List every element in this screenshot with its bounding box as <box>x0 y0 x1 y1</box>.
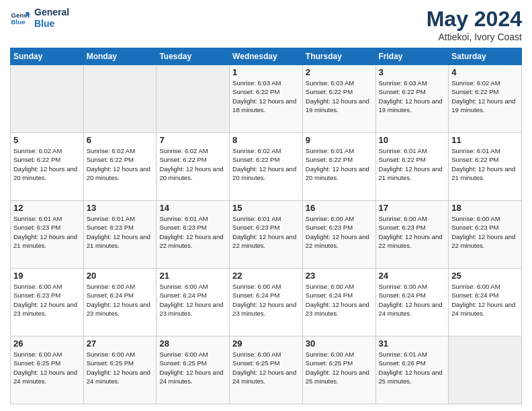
day-number: 16 <box>306 203 373 213</box>
cell-week2-day5: 10Sunrise: 6:01 AM Sunset: 6:22 PM Dayli… <box>375 133 449 201</box>
cell-week1-day3: 1Sunrise: 6:03 AM Sunset: 6:22 PM Daylig… <box>230 65 303 133</box>
day-info: Sunrise: 6:01 AM Sunset: 6:22 PM Dayligh… <box>379 146 446 182</box>
week-row-5: 26Sunrise: 6:00 AM Sunset: 6:25 PM Dayli… <box>11 336 522 404</box>
day-number: 11 <box>451 135 519 145</box>
day-number: 21 <box>159 271 226 281</box>
cell-week2-day2: 7Sunrise: 6:02 AM Sunset: 6:22 PM Daylig… <box>157 133 230 201</box>
day-number: 23 <box>306 271 373 281</box>
day-info: Sunrise: 6:00 AM Sunset: 6:23 PM Dayligh… <box>306 214 373 250</box>
day-number: 8 <box>232 135 300 145</box>
day-info: Sunrise: 6:00 AM Sunset: 6:24 PM Dayligh… <box>379 282 446 318</box>
day-number: 1 <box>232 67 300 77</box>
day-info: Sunrise: 6:00 AM Sunset: 6:23 PM Dayligh… <box>451 214 519 250</box>
col-tuesday: Tuesday <box>157 48 230 65</box>
day-info: Sunrise: 6:00 AM Sunset: 6:25 PM Dayligh… <box>232 350 300 385</box>
cell-week3-day6: 18Sunrise: 6:00 AM Sunset: 6:23 PM Dayli… <box>449 201 522 269</box>
col-thursday: Thursday <box>302 48 375 65</box>
cell-week4-day4: 23Sunrise: 6:00 AM Sunset: 6:24 PM Dayli… <box>302 269 375 336</box>
day-info: Sunrise: 6:00 AM Sunset: 6:25 PM Dayligh… <box>306 350 373 385</box>
day-info: Sunrise: 6:03 AM Sunset: 6:22 PM Dayligh… <box>232 79 300 114</box>
cell-week1-day6: 4Sunrise: 6:02 AM Sunset: 6:22 PM Daylig… <box>449 65 522 133</box>
day-number: 14 <box>159 203 226 213</box>
cell-week5-day5: 31Sunrise: 6:01 AM Sunset: 6:26 PM Dayli… <box>375 336 449 404</box>
day-info: Sunrise: 6:01 AM Sunset: 6:22 PM Dayligh… <box>451 146 519 182</box>
days-of-week-row: Sunday Monday Tuesday Wednesday Thursday… <box>11 48 522 65</box>
cell-week1-day1 <box>83 65 157 133</box>
day-number: 18 <box>451 203 519 213</box>
cell-week4-day6: 25Sunrise: 6:00 AM Sunset: 6:24 PM Dayli… <box>449 269 522 336</box>
day-info: Sunrise: 6:00 AM Sunset: 6:23 PM Dayligh… <box>13 282 81 318</box>
day-info: Sunrise: 6:00 AM Sunset: 6:25 PM Dayligh… <box>159 350 226 385</box>
cell-week3-day1: 13Sunrise: 6:01 AM Sunset: 6:23 PM Dayli… <box>83 201 157 269</box>
cell-week2-day6: 11Sunrise: 6:01 AM Sunset: 6:22 PM Dayli… <box>449 133 522 201</box>
day-number: 9 <box>306 135 373 145</box>
week-row-1: 1Sunrise: 6:03 AM Sunset: 6:22 PM Daylig… <box>11 65 522 133</box>
cell-week3-day2: 14Sunrise: 6:01 AM Sunset: 6:23 PM Dayli… <box>157 201 230 269</box>
day-info: Sunrise: 6:01 AM Sunset: 6:23 PM Dayligh… <box>232 214 300 250</box>
cell-week4-day2: 21Sunrise: 6:00 AM Sunset: 6:24 PM Dayli… <box>157 269 230 336</box>
day-number: 3 <box>379 67 446 77</box>
cell-week5-day0: 26Sunrise: 6:00 AM Sunset: 6:25 PM Dayli… <box>11 336 84 404</box>
day-info: Sunrise: 6:01 AM Sunset: 6:23 PM Dayligh… <box>159 214 226 250</box>
cell-week5-day4: 30Sunrise: 6:00 AM Sunset: 6:25 PM Dayli… <box>302 336 375 404</box>
page: General Blue General Blue May 2024 Attie… <box>0 0 532 411</box>
calendar-body: 1Sunrise: 6:03 AM Sunset: 6:22 PM Daylig… <box>11 65 522 404</box>
cell-week5-day1: 27Sunrise: 6:00 AM Sunset: 6:25 PM Dayli… <box>83 336 157 404</box>
col-saturday: Saturday <box>449 48 522 65</box>
logo-text-blue: Blue <box>34 18 69 30</box>
day-number: 28 <box>159 338 226 349</box>
calendar-table: Sunday Monday Tuesday Wednesday Thursday… <box>10 48 522 404</box>
day-info: Sunrise: 6:01 AM Sunset: 6:22 PM Dayligh… <box>306 146 373 182</box>
cell-week5-day2: 28Sunrise: 6:00 AM Sunset: 6:25 PM Dayli… <box>157 336 230 404</box>
day-info: Sunrise: 6:02 AM Sunset: 6:22 PM Dayligh… <box>87 146 154 182</box>
cell-week4-day3: 22Sunrise: 6:00 AM Sunset: 6:24 PM Dayli… <box>230 269 303 336</box>
day-info: Sunrise: 6:00 AM Sunset: 6:24 PM Dayligh… <box>87 282 154 318</box>
day-number: 30 <box>306 338 373 349</box>
logo-text-general: General <box>34 7 69 18</box>
cell-week4-day1: 20Sunrise: 6:00 AM Sunset: 6:24 PM Dayli… <box>83 269 157 336</box>
day-info: Sunrise: 6:00 AM Sunset: 6:24 PM Dayligh… <box>306 282 373 318</box>
day-info: Sunrise: 6:01 AM Sunset: 6:23 PM Dayligh… <box>13 214 81 250</box>
day-number: 10 <box>379 135 446 145</box>
day-info: Sunrise: 6:01 AM Sunset: 6:26 PM Dayligh… <box>379 350 446 385</box>
header: General Blue General Blue May 2024 Attie… <box>10 7 522 42</box>
day-info: Sunrise: 6:00 AM Sunset: 6:23 PM Dayligh… <box>379 214 446 250</box>
cell-week1-day2 <box>157 65 230 133</box>
day-info: Sunrise: 6:00 AM Sunset: 6:24 PM Dayligh… <box>232 282 300 318</box>
day-number: 17 <box>379 203 446 213</box>
week-row-2: 5Sunrise: 6:02 AM Sunset: 6:22 PM Daylig… <box>11 133 522 201</box>
cell-week3-day0: 12Sunrise: 6:01 AM Sunset: 6:23 PM Dayli… <box>11 201 84 269</box>
day-number: 6 <box>87 135 154 145</box>
cell-week4-day5: 24Sunrise: 6:00 AM Sunset: 6:24 PM Dayli… <box>375 269 449 336</box>
day-number: 7 <box>159 135 226 145</box>
day-number: 13 <box>87 203 154 213</box>
day-number: 15 <box>232 203 300 213</box>
day-number: 24 <box>379 271 446 281</box>
cell-week2-day4: 9Sunrise: 6:01 AM Sunset: 6:22 PM Daylig… <box>302 133 375 201</box>
day-info: Sunrise: 6:01 AM Sunset: 6:23 PM Dayligh… <box>87 214 154 250</box>
day-info: Sunrise: 6:00 AM Sunset: 6:25 PM Dayligh… <box>87 350 154 385</box>
day-number: 26 <box>13 338 81 349</box>
day-info: Sunrise: 6:03 AM Sunset: 6:22 PM Dayligh… <box>306 79 373 114</box>
day-number: 27 <box>87 338 154 349</box>
cell-week3-day3: 15Sunrise: 6:01 AM Sunset: 6:23 PM Dayli… <box>230 201 303 269</box>
cell-week5-day6 <box>449 336 522 404</box>
day-number: 25 <box>451 271 519 281</box>
day-number: 2 <box>306 67 373 77</box>
cell-week1-day0 <box>11 65 84 133</box>
sub-title: Attiekoi, Ivory Coast <box>427 32 522 42</box>
day-info: Sunrise: 6:02 AM Sunset: 6:22 PM Dayligh… <box>159 146 226 182</box>
col-sunday: Sunday <box>11 48 84 65</box>
day-info: Sunrise: 6:02 AM Sunset: 6:22 PM Dayligh… <box>13 146 81 182</box>
day-number: 19 <box>13 271 81 281</box>
cell-week5-day3: 29Sunrise: 6:00 AM Sunset: 6:25 PM Dayli… <box>230 336 303 404</box>
cell-week4-day0: 19Sunrise: 6:00 AM Sunset: 6:23 PM Dayli… <box>11 269 84 336</box>
cell-week1-day5: 3Sunrise: 6:03 AM Sunset: 6:22 PM Daylig… <box>375 65 449 133</box>
cell-week3-day5: 17Sunrise: 6:00 AM Sunset: 6:23 PM Dayli… <box>375 201 449 269</box>
col-wednesday: Wednesday <box>230 48 303 65</box>
day-number: 12 <box>13 203 81 213</box>
day-info: Sunrise: 6:03 AM Sunset: 6:22 PM Dayligh… <box>379 79 446 114</box>
cell-week3-day4: 16Sunrise: 6:00 AM Sunset: 6:23 PM Dayli… <box>302 201 375 269</box>
week-row-4: 19Sunrise: 6:00 AM Sunset: 6:23 PM Dayli… <box>11 269 522 336</box>
svg-text:Blue: Blue <box>11 18 26 26</box>
